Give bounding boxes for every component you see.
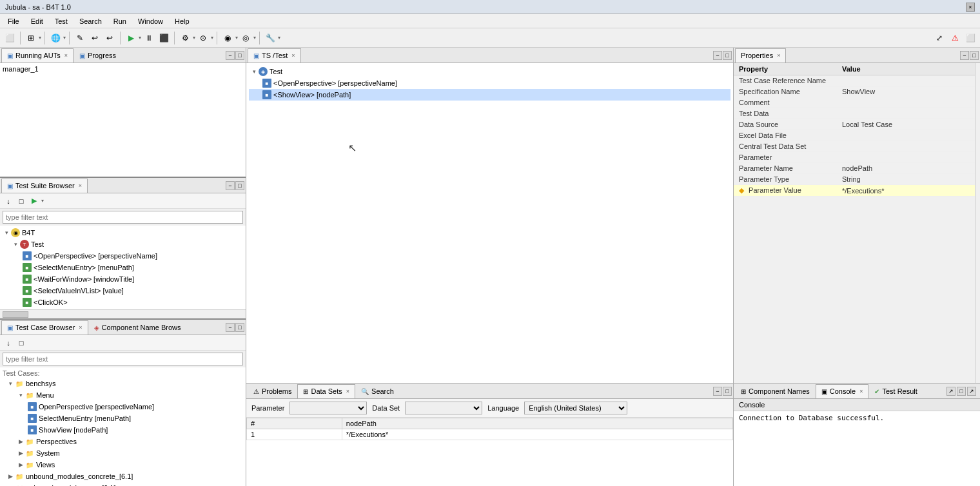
toolbar-globe-arrow[interactable]: ▾ — [63, 35, 66, 41]
suite-toolbar-link-btn[interactable]: ↓ — [3, 195, 14, 207]
tc-select-menu[interactable]: ■ SelectMenuEntry [menuPath] — [1, 413, 244, 424]
console-clear-btn[interactable]: □ — [957, 387, 966, 396]
maximize-props-btn[interactable]: □ — [970, 51, 979, 60]
step-wait-window[interactable]: ■ <WaitForWindow> [windowTitle] — [1, 273, 244, 285]
prop-row-5[interactable]: Excel Data File — [734, 130, 975, 141]
tab-test-suite-browser[interactable]: ▣ Test Suite Browser × — [1, 179, 88, 193]
datasets-close[interactable]: × — [346, 388, 349, 394]
tc-open-perspective[interactable]: ■ OpenPerspective [perspectiveName] — [1, 401, 244, 413]
menu-help[interactable]: Help — [170, 16, 195, 26]
prop-row-7[interactable]: Parameter — [734, 152, 975, 163]
toolbar-play-btn[interactable]: ▶ — [124, 31, 138, 45]
menu-search[interactable]: Search — [74, 16, 107, 26]
toolbar-circle2-btn[interactable]: ◎ — [239, 31, 253, 45]
suite-hscroll[interactable] — [0, 309, 246, 318]
minimize-suite-btn[interactable]: − — [226, 181, 235, 190]
param-select[interactable] — [289, 402, 367, 414]
maximize-editor-btn[interactable]: □ — [723, 51, 732, 60]
minimize-auts-btn[interactable]: − — [226, 51, 235, 60]
tc-unbound-concrete[interactable]: ▶ 📁 unbound_modules_concrete_[6.1] — [1, 471, 244, 482]
toolbar-grid-btn[interactable]: ⊞ — [24, 31, 38, 45]
toolbar-circle-btn[interactable]: ◉ — [220, 31, 235, 45]
editor-tab-ts-test[interactable]: ▣ TS /Test × — [248, 48, 301, 63]
minimize-bottom-btn[interactable]: − — [713, 387, 722, 396]
toolbar-target-arrow[interactable]: ▾ — [211, 35, 213, 41]
toolbar-play-arrow[interactable]: ▾ — [139, 35, 141, 41]
toolbar-grid-arrow[interactable]: ▾ — [39, 35, 41, 41]
manager-item[interactable]: manager_1 — [1, 64, 244, 73]
toolbar-back-btn[interactable]: ↩ — [88, 31, 102, 45]
tab-console[interactable]: ▣ Console × — [816, 384, 869, 398]
tc-filter-input[interactable] — [3, 353, 243, 365]
prop-row-0[interactable]: Test Case Reference Name — [734, 75, 975, 86]
menu-test[interactable]: Test — [50, 16, 73, 26]
tab-comp-name-browser[interactable]: ◈ Component Name Brows — [88, 320, 187, 335]
editor-test-root[interactable]: ▾ ◈ Test — [249, 66, 730, 77]
editor-step-1[interactable]: ■ <OpenPerspective> [perspectiveName] — [249, 77, 730, 89]
suite-toolbar-run-btn[interactable]: ▶ — [28, 195, 40, 207]
suite-filter-input[interactable] — [3, 211, 243, 224]
prop-row-10[interactable]: ◆ Parameter Value */Executions* — [734, 185, 975, 197]
console-copy-btn[interactable]: ↗ — [946, 387, 956, 396]
tc-perspectives[interactable]: ▶ 📁 Perspectives — [1, 436, 244, 447]
tab-test-result[interactable]: ✔ Test Result — [868, 384, 923, 398]
test-case-close[interactable]: × — [79, 324, 82, 331]
maximize-bottom-btn[interactable]: □ — [723, 387, 732, 396]
step-click-ok[interactable]: ■ <ClickOK> — [1, 296, 244, 308]
toolbar-circle2-arrow[interactable]: ▾ — [253, 35, 256, 41]
toolbar-target-btn[interactable]: ⊙ — [196, 31, 210, 45]
tab-component-names[interactable]: ⊞ Component Names — [735, 384, 816, 398]
dataset-select[interactable] — [405, 402, 482, 414]
hscroll-thumb[interactable] — [3, 311, 28, 318]
b4t-root[interactable]: ▾ ◉ B4T — [1, 227, 244, 238]
close-button[interactable]: × — [966, 3, 975, 12]
menu-file[interactable]: File — [3, 16, 24, 26]
minimize-tc-btn[interactable]: − — [226, 323, 235, 332]
language-select[interactable]: English (United States) — [524, 402, 627, 414]
test-node[interactable]: ▾ T Test — [1, 238, 244, 250]
tc-show-view[interactable]: ■ ShowView [nodePath] — [1, 424, 244, 436]
toolbar-pause-btn[interactable]: ⏸ — [142, 31, 156, 45]
prop-row-2[interactable]: Comment — [734, 97, 975, 108]
suite-toolbar-collapse-btn[interactable]: □ — [15, 195, 27, 207]
tab-progress[interactable]: ▣ Progress — [74, 48, 122, 63]
prop-row-9[interactable]: Parameter Type String — [734, 174, 975, 185]
maximize-suite-btn[interactable]: □ — [235, 181, 244, 190]
prop-row-3[interactable]: Test Data — [734, 108, 975, 119]
toolbar-fwd-btn[interactable]: ↩ — [103, 31, 117, 45]
suite-run-arrow[interactable]: ▾ — [41, 198, 44, 204]
test-suite-close[interactable]: × — [79, 182, 82, 189]
toolbar-wrench-btn[interactable]: 🔧 — [263, 31, 277, 45]
tab-properties[interactable]: Properties × — [735, 48, 786, 63]
tc-unbound-rcp[interactable]: ▶ 📁 unbound_modules_rcp_[6.1] — [1, 482, 244, 486]
tc-link-btn[interactable]: ↓ — [3, 337, 14, 349]
console-pin-btn[interactable]: ↗ — [967, 387, 976, 396]
menu-edit[interactable]: Edit — [26, 16, 48, 26]
prop-row-8[interactable]: Parameter Name nodePath — [734, 163, 975, 174]
tab-test-case-browser[interactable]: ▣ Test Case Browser × — [1, 320, 88, 335]
prop-row-4[interactable]: Data Source Local Test Case — [734, 119, 975, 130]
tc-collapse-btn[interactable]: □ — [15, 337, 27, 349]
tab-search[interactable]: 🔍 Search — [355, 384, 400, 398]
tc-menu[interactable]: ▾ 📁 Menu — [1, 389, 244, 401]
toolbar-alert-btn[interactable]: ⚠ — [948, 31, 962, 45]
toolbar-globe-btn[interactable]: 🌐 — [48, 31, 63, 45]
maximize-tc-btn[interactable]: □ — [235, 323, 244, 332]
step-select-value[interactable]: ■ <SelectValueInVList> [value] — [1, 285, 244, 296]
prop-row-6[interactable]: Central Test Data Set — [734, 141, 975, 152]
tab-problems[interactable]: ⚠ Problems — [248, 384, 297, 398]
toolbar-settings-arrow[interactable]: ▾ — [193, 35, 195, 41]
minimize-editor-btn[interactable]: − — [713, 51, 722, 60]
minimize-props-btn[interactable]: − — [960, 51, 969, 60]
toolbar-stop-btn[interactable]: ⬛ — [157, 31, 171, 45]
running-auts-close[interactable]: × — [64, 52, 68, 59]
editor-step-2[interactable]: ■ <ShowView> [nodePath] — [249, 89, 730, 101]
step-select-menu[interactable]: ■ <SelectMenuEntry> [menuPath] — [1, 262, 244, 273]
properties-scrollbar[interactable] — [975, 63, 980, 383]
toolbar-circle-arrow[interactable]: ▾ — [235, 35, 238, 41]
menu-window[interactable]: Window — [133, 16, 168, 26]
toolbar-settings-btn[interactable]: ⚙ — [178, 31, 192, 45]
maximize-auts-btn[interactable]: □ — [235, 51, 244, 60]
tab-running-auts[interactable]: ▣ Running AUTs × — [1, 48, 74, 63]
toolbar-new-btn[interactable]: ⬜ — [3, 31, 17, 45]
